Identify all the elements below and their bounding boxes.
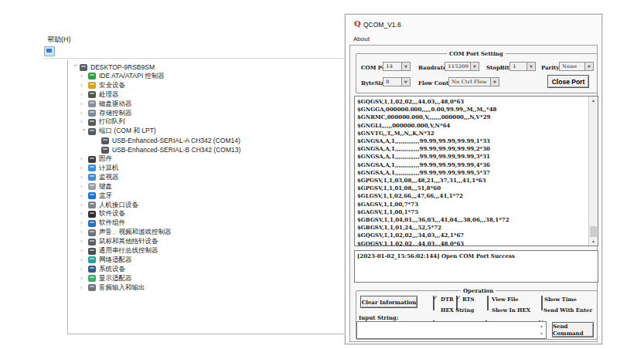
combo-dropdown-icon[interactable]: ▼	[470, 63, 479, 70]
com-field-value: 14	[386, 63, 393, 69]
serial-output-area[interactable]: $GQGSV,1,1,02,02,,,44,03,,,48,0*63$GNGGA…	[354, 96, 598, 246]
checkbox-label: View File	[492, 296, 519, 303]
qcom-client-area: COM Port Setting COM Port:14▼Baudrate:11…	[349, 45, 598, 342]
chevron-collapsed-icon[interactable]: ›	[80, 220, 87, 226]
chevron-collapsed-icon[interactable]: ›	[80, 211, 87, 217]
bluetooth-icon	[88, 192, 96, 199]
tree-item[interactable]: ›固件	[80, 154, 112, 164]
chevron-collapsed-icon[interactable]: ›	[80, 193, 87, 199]
chevron-collapsed-icon[interactable]: ›	[80, 156, 87, 162]
nmea-line: $GNGSA,A,1,,,,,,,,,,,,,99.99,99.99,99.99…	[357, 169, 509, 177]
tree-item[interactable]: ›DESKTOP-9RSB9SM	[72, 63, 155, 72]
com-field-select[interactable]: 115200▼	[445, 62, 479, 71]
tree-item[interactable]: ›计算机	[80, 164, 119, 173]
chevron-expanded-icon[interactable]: ›	[80, 129, 87, 135]
tree-item[interactable]: ›系统设备	[80, 265, 125, 274]
chevron-collapsed-icon[interactable]: ›	[80, 165, 87, 171]
scroll-up-icon[interactable]: ▲	[589, 97, 598, 104]
tree-item[interactable]: ›安全设备	[80, 81, 125, 90]
chevron-collapsed-icon[interactable]: ›	[80, 239, 87, 245]
output-scrollbar[interactable]: ▲ ▼	[588, 97, 598, 246]
tree-item[interactable]: ›通用串行总线控制器	[80, 246, 158, 256]
tree-item-label: 磁盘驱动器	[99, 100, 132, 109]
checkbox-show-time[interactable]	[541, 296, 543, 310]
tree-item-label: USB-Enhanced-SERIAL-A CH342 (COM14)	[112, 137, 240, 144]
tree-item-label: 软件设备	[99, 209, 125, 219]
audio-io-icon	[88, 284, 96, 291]
scroll-down-icon[interactable]: ▼	[589, 238, 598, 246]
chevron-collapsed-icon[interactable]: ›	[80, 73, 87, 80]
chevron-collapsed-icon[interactable]: ›	[80, 184, 87, 190]
tree-item[interactable]: ›IDE ATA/ATAPI 控制器	[80, 72, 165, 81]
nmea-line: $GPGSV,1,1,01,08,,,51,8*60	[357, 185, 509, 192]
chevron-collapsed-icon[interactable]: ›	[80, 101, 87, 107]
tree-item-label: 鼠标和其他指针设备	[99, 237, 158, 246]
send-command-label: Send Command	[553, 323, 593, 337]
input-scroll-up-icon[interactable]: ▲	[540, 324, 543, 328]
tree-item[interactable]: ›音频输入和输出	[80, 283, 145, 293]
tree-item[interactable]: ›人机接口设备	[80, 201, 138, 210]
tree-item[interactable]: ›软件设备	[80, 209, 125, 219]
tree-item[interactable]: ›鼠标和其他指针设备	[80, 237, 158, 246]
tree-item[interactable]: ›键盘	[80, 182, 112, 191]
com-field-select[interactable]: None▼	[559, 62, 594, 71]
tree-item[interactable]: USB-Enhanced-SERIAL-A CH342 (COM14)	[100, 136, 240, 145]
chevron-collapsed-icon[interactable]: ›	[80, 92, 87, 98]
firmware-icon	[88, 156, 96, 163]
checkbox-dtr[interactable]	[433, 296, 434, 310]
tree-item[interactable]: ›网络适配器	[80, 256, 132, 265]
chevron-collapsed-icon[interactable]: ›	[80, 174, 87, 181]
system-devices-icon	[88, 266, 96, 273]
tree-item[interactable]: ›端口 (COM 和 LPT)	[80, 127, 156, 136]
input-string-field[interactable]: ▲ ▼	[356, 321, 547, 339]
tree-item[interactable]: ›声音、视频和游戏控制器	[80, 228, 172, 237]
nmea-line: $GNGSA,A,1,,,,,,,,,,,,,99.99,99.99,99.99…	[357, 145, 509, 153]
devmgr-toolbar-icon[interactable]	[44, 46, 55, 56]
combo-dropdown-icon[interactable]: ▼	[401, 78, 410, 86]
chevron-collapsed-icon[interactable]: ›	[80, 229, 87, 235]
tree-item[interactable]: ›监视器	[80, 173, 119, 182]
combo-dropdown-icon[interactable]: ▼	[490, 78, 499, 86]
checkbox-view-file[interactable]	[487, 296, 489, 310]
send-command-button[interactable]: Send Command	[552, 322, 594, 337]
com-field-select[interactable]: 8▼	[383, 77, 411, 86]
chevron-collapsed-icon[interactable]: ›	[80, 248, 87, 254]
chevron-collapsed-icon[interactable]: ›	[80, 110, 87, 117]
tree-item-label: 键盘	[99, 182, 112, 191]
menu-help[interactable]: 帮助(H)	[47, 35, 71, 45]
tree-item-label: 安全设备	[99, 81, 125, 90]
tree-item[interactable]: ›显示适配器	[80, 274, 132, 283]
input-scroll-down-icon[interactable]: ▼	[540, 332, 543, 336]
chevron-collapsed-icon[interactable]: ›	[80, 285, 87, 291]
com-field-select[interactable]: No Ctrl Flow▼	[448, 77, 499, 86]
combo-dropdown-icon[interactable]: ▼	[526, 63, 535, 70]
nmea-line: $GNRMC,000000.000,V,,,,,,,000000,,,N,V*2…	[357, 114, 509, 121]
usb-controller-icon	[88, 248, 96, 255]
combo-dropdown-icon[interactable]: ▼	[401, 63, 410, 70]
tree-item[interactable]: USB-Enhanced-SERIAL-B CH342 (COM13)	[100, 145, 240, 154]
clear-information-button[interactable]: Clear Information	[360, 296, 417, 308]
tree-item[interactable]: ›存储控制器	[80, 109, 132, 118]
tree-item[interactable]: ›打印队列	[80, 117, 125, 127]
com-field-value: 8	[386, 79, 390, 85]
chevron-collapsed-icon[interactable]: ›	[80, 83, 87, 89]
tree-item-label: IDE ATA/ATAPI 控制器	[99, 72, 165, 81]
scrollbar-thumb[interactable]	[590, 226, 597, 237]
chevron-collapsed-icon[interactable]: ›	[80, 266, 87, 273]
chevron-collapsed-icon[interactable]: ›	[80, 276, 87, 282]
chevron-collapsed-icon[interactable]: ›	[80, 202, 87, 208]
chevron-collapsed-icon[interactable]: ›	[80, 119, 87, 125]
com-port-setting-legend: COM Port Setting	[447, 50, 506, 57]
tree-item[interactable]: ›磁盘驱动器	[80, 100, 132, 109]
com-field-select[interactable]: 1▼	[509, 62, 536, 71]
sound-video-game-icon	[88, 229, 96, 236]
close-port-button[interactable]: Close Port	[547, 75, 589, 88]
com-field-select[interactable]: 14▼	[383, 62, 411, 71]
chevron-expanded-icon[interactable]: ›	[72, 64, 78, 70]
combo-dropdown-icon[interactable]: ▼	[584, 63, 593, 70]
tree-item[interactable]: ›软件组件	[80, 219, 125, 228]
tree-item[interactable]: ›处理器	[80, 90, 119, 100]
chevron-collapsed-icon[interactable]: ›	[80, 257, 87, 263]
tree-item[interactable]: ›蓝牙	[80, 191, 112, 201]
menu-about[interactable]: About	[353, 36, 370, 42]
